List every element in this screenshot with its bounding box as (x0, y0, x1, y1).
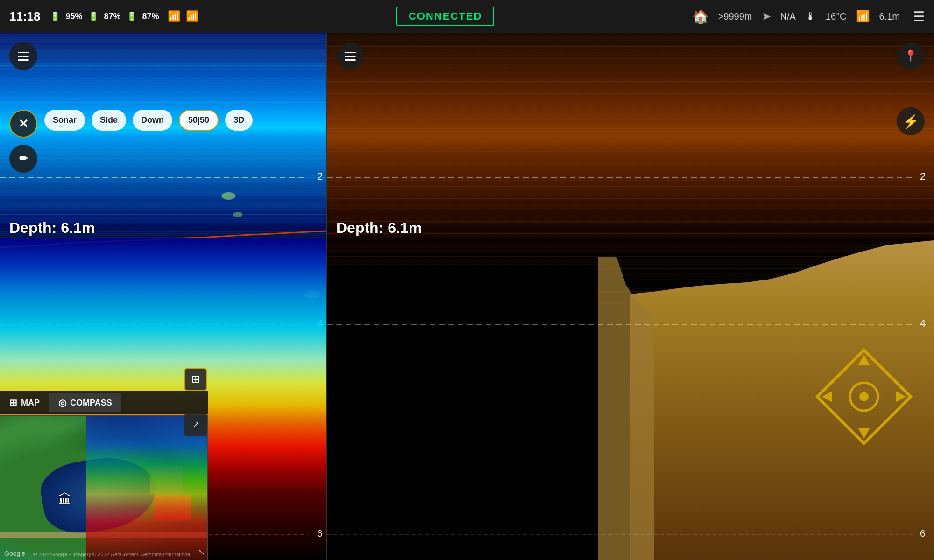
pin-icon: 📍 (904, 49, 918, 63)
right-panel: 2 4 6 Dept (327, 33, 934, 560)
heading-value: N/A (780, 11, 796, 22)
status-left: 11:18 🔋 95% 🔋 87% 🔋 87% 📶 📶 (9, 9, 198, 24)
mode-btn-5050[interactable]: 50|50 (179, 110, 219, 131)
hamburger-icon-right (345, 52, 356, 61)
edit-button-left[interactable]: ✏ (9, 145, 37, 173)
home-distance: >9999m (718, 11, 752, 22)
menu-button-left[interactable] (9, 42, 37, 70)
altitude-value: 6.1m (879, 11, 900, 22)
battery-pct-2: 87% (104, 12, 121, 21)
expand-icon: ⊞ (191, 373, 200, 385)
left-panel: 2 4 6 (0, 33, 327, 560)
drone-icon-map: 🏛 (58, 492, 71, 507)
map-overlay: 🏛 Google © 2022 Google • Imagery © 2022 … (0, 415, 208, 560)
map-background: 🏛 Google © 2022 Google • Imagery © 2022 … (0, 416, 207, 560)
signal-icon-2: 📶 (186, 10, 198, 22)
svg-text:2: 2 (317, 170, 323, 182)
map-sonar-overlay (86, 415, 207, 560)
temperature-value: 16°C (826, 11, 847, 22)
map-controls-bar: ⊞ MAP ◎ COMPASS (0, 391, 208, 414)
compass-button[interactable]: ◎ COMPASS (49, 393, 121, 412)
hamburger-icon-left (18, 52, 29, 61)
map-button-icon: ⊞ (9, 397, 17, 408)
mode-btn-side[interactable]: Side (92, 110, 126, 131)
home-icon: 🏠 (693, 9, 709, 24)
svg-text:6: 6 (920, 528, 925, 539)
mode-btn-down[interactable]: Down (133, 110, 172, 131)
map-button[interactable]: ⊞ MAP (0, 393, 49, 412)
signal-icon: 📶 (168, 10, 180, 22)
time-display: 11:18 (9, 9, 41, 24)
compass-button-label: COMPASS (70, 398, 112, 408)
svg-text:6: 6 (317, 528, 322, 539)
map-expand-button[interactable]: ⊞ (184, 368, 207, 391)
svg-point-21 (233, 212, 242, 217)
close-icon: ✕ (18, 117, 28, 131)
compass-button-icon: ◎ (58, 397, 66, 408)
pin-button-right[interactable]: 📍 (897, 42, 925, 70)
close-button-left[interactable]: ✕ (9, 110, 37, 138)
map-button-label: MAP (21, 398, 40, 408)
depth-label-right: Depth: 6.1m (336, 219, 422, 237)
lightning-button-right[interactable]: ⚡ (897, 107, 925, 135)
battery-icon-1: 🔋 (50, 11, 60, 21)
sonar-visualization-right: 2 4 6 (327, 33, 934, 560)
external-link-icon: ↗ (192, 420, 199, 430)
battery-icon-3: 🔋 (127, 11, 137, 21)
edit-icon: ✏ (19, 153, 28, 165)
map-collapse-button[interactable]: ⤡ (198, 547, 205, 557)
svg-point-20 (221, 192, 235, 200)
connected-badge: CONNECTED (396, 7, 494, 26)
battery-icon-2: 🔋 (88, 11, 99, 21)
mode-buttons: Sonar Side Down 50|50 3D (44, 110, 253, 131)
battery-pct-1: 95% (66, 12, 83, 21)
main-container: 2 4 6 (0, 33, 934, 560)
battery-pct-3: 87% (142, 12, 159, 21)
navigation-icon: ➤ (762, 10, 771, 23)
lightning-icon: ⚡ (903, 114, 919, 129)
svg-text:2: 2 (920, 170, 926, 182)
menu-icon-status[interactable]: ☰ (913, 9, 925, 24)
map-external-button[interactable]: ↗ (184, 413, 207, 436)
thermometer-icon: 🌡 (805, 10, 816, 23)
status-center: CONNECTED (198, 7, 693, 26)
map-copyright-text: © 2022 Google • Imagery © 2022 GeoConten… (33, 552, 191, 557)
svg-point-63 (859, 392, 869, 401)
google-logo: Google (4, 550, 25, 557)
menu-button-right[interactable] (336, 42, 364, 70)
mode-btn-3d[interactable]: 3D (225, 110, 253, 131)
depth-label-left: Depth: 6.1m (9, 219, 95, 237)
status-bar: 11:18 🔋 95% 🔋 87% 🔋 87% 📶 📶 CONNECTED 🏠 … (0, 0, 934, 33)
signal-strength-icon: 📶 (856, 10, 870, 23)
mode-btn-sonar[interactable]: Sonar (44, 110, 85, 131)
svg-text:4: 4 (920, 317, 926, 329)
status-right: 🏠 >9999m ➤ N/A 🌡 16°C 📶 6.1m ☰ (693, 9, 925, 24)
